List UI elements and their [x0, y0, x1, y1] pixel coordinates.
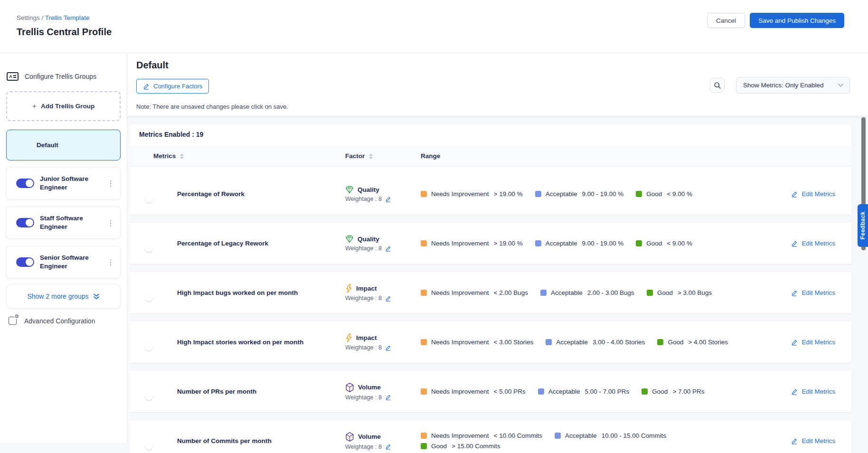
edit-metrics-label: Edit Metrics — [802, 289, 835, 296]
metrics-table: Metrics Enabled : 19 Metrics Factor Rang… — [130, 124, 851, 453]
range-chip: Needs Improvement < 3.00 Stories — [421, 339, 533, 346]
range-value: < 2.00 Bugs — [494, 289, 528, 296]
column-header-metrics[interactable]: Metrics — [153, 152, 345, 160]
show-metrics-filter-value: Show Metrics: Only Enabled — [743, 82, 824, 89]
range-label: Acceptable — [556, 339, 588, 346]
save-publish-button[interactable]: Save and Publish Changes — [750, 13, 844, 28]
metric-row: High Impact stories worked on per month … — [130, 321, 851, 363]
weightage-value: Weightage : 8 — [345, 245, 382, 252]
configure-factors-button[interactable]: Configure Factors — [136, 79, 209, 94]
kebab-menu-icon[interactable]: ⋮ — [107, 179, 114, 188]
factor-header-label: Factor — [345, 152, 365, 160]
edit-metrics-button[interactable]: Edit Metrics — [791, 240, 835, 247]
edit-pencil-icon — [143, 83, 150, 90]
edit-weightage-icon[interactable] — [385, 394, 391, 400]
sidebar-section-header: A Configure Trellis Groups — [7, 72, 127, 81]
range-color-swatch — [535, 191, 541, 197]
range-value: < 3.00 Stories — [494, 339, 534, 346]
range-label: Acceptable — [551, 289, 583, 296]
edit-pencil-icon — [791, 438, 798, 444]
weightage-value: Weightage : 8 — [345, 394, 382, 401]
group-enabled-toggle[interactable] — [16, 257, 34, 267]
range-value: > 7.00 PRs — [672, 388, 704, 395]
sidebar-group-card[interactable]: Staff Software Engineer ⋮ — [6, 207, 121, 239]
edit-metrics-button[interactable]: Edit Metrics — [791, 388, 835, 395]
unsaved-changes-note: Note: There are unsaved changes please c… — [136, 103, 288, 110]
group-title: Default — [136, 60, 169, 71]
range-chip: Needs Improvement > 19.00 % — [421, 240, 523, 247]
range-chip: Good > 15.00 Commits — [421, 443, 500, 450]
range-chip: Acceptable 9.00 - 19.00 % — [535, 190, 624, 198]
double-chevron-down-icon — [93, 293, 100, 300]
range-value: < 9.00 % — [667, 240, 692, 247]
range-color-swatch — [647, 290, 653, 296]
edit-weightage-icon[interactable] — [385, 196, 391, 202]
feedback-tab[interactable]: Feedback — [858, 204, 868, 247]
range-value: 3.00 - 4.00 Stories — [593, 339, 645, 346]
edit-metrics-button[interactable]: Edit Metrics — [791, 339, 835, 346]
plus-icon: + — [32, 102, 37, 111]
range-color-swatch — [555, 433, 561, 439]
weightage-value: Weightage : 8 — [345, 344, 382, 351]
edit-metrics-button[interactable]: Edit Metrics — [791, 190, 835, 198]
range-color-swatch — [546, 339, 552, 345]
column-header-factor[interactable]: Factor — [345, 152, 421, 160]
trellis-group-list: Junior Software Engineer ⋮ Staff Softwar… — [0, 167, 127, 278]
group-enabled-toggle[interactable] — [16, 218, 34, 227]
factor-cell: Impact Weightage : 8 — [345, 333, 421, 351]
volume-cube-icon — [345, 432, 354, 442]
advanced-configuration-label: Advanced Configuration — [24, 317, 95, 325]
factor-cell: Impact Weightage : 8 — [345, 284, 421, 302]
range-color-swatch — [540, 290, 547, 296]
edit-metrics-label: Edit Metrics — [802, 388, 835, 395]
edit-metrics-button[interactable]: Edit Metrics — [791, 289, 835, 296]
range-color-swatch — [636, 240, 642, 246]
kebab-menu-icon[interactable]: ⋮ — [107, 258, 114, 267]
show-metrics-filter-dropdown[interactable]: Show Metrics: Only Enabled — [736, 77, 850, 94]
edit-weightage-icon[interactable] — [385, 295, 391, 302]
sidebar-group-card[interactable]: Senior Software Engineer ⋮ — [6, 246, 121, 278]
sidebar-item-default[interactable]: Default — [6, 130, 121, 160]
range-value: 9.00 - 19.00 % — [582, 190, 624, 198]
range-chip: Needs Improvement > 19.00 % — [421, 190, 523, 198]
group-name: Staff Software Engineer — [40, 214, 96, 231]
sidebar-group-card[interactable]: Junior Software Engineer ⋮ — [6, 167, 121, 199]
range-cell: Needs Improvement > 19.00 % Acceptable 9… — [421, 190, 753, 198]
range-value: 9.00 - 19.00 % — [582, 240, 624, 247]
range-color-swatch — [421, 339, 427, 345]
sort-icon[interactable] — [180, 153, 184, 159]
group-enabled-toggle[interactable] — [16, 179, 34, 188]
add-trellis-group-button[interactable]: + Add Trellis Group — [6, 91, 121, 121]
edit-pencil-icon — [791, 240, 798, 247]
range-chip: Good < 9.00 % — [636, 190, 692, 198]
range-chip: Acceptable 2.00 - 3.00 Bugs — [540, 289, 634, 296]
factor-name: Impact — [356, 334, 377, 341]
search-button[interactable] — [710, 78, 725, 93]
edit-metrics-button[interactable]: Edit Metrics — [791, 437, 835, 444]
edit-weightage-icon[interactable] — [385, 245, 391, 252]
range-label: Needs Improvement — [431, 240, 489, 247]
header-actions: Cancel Save and Publish Changes — [707, 13, 844, 28]
metric-name: Number of Commits per month — [177, 437, 345, 444]
breadcrumb-settings[interactable]: Settings — [17, 14, 40, 21]
sort-icon[interactable] — [369, 153, 373, 159]
metric-name: Percentage of Rework — [177, 190, 345, 198]
range-color-swatch — [421, 191, 427, 197]
add-trellis-group-label: Add Trellis Group — [41, 103, 94, 110]
kebab-menu-icon[interactable]: ⋮ — [107, 218, 114, 227]
factor-cell: Volume Weightage : 8 — [345, 432, 421, 450]
range-cell: Needs Improvement < 5.00 PRs Acceptable … — [421, 388, 753, 395]
page-title: Trellis Central Profile — [17, 27, 112, 38]
edit-weightage-icon[interactable] — [385, 444, 391, 450]
range-value: > 4.00 Stories — [688, 339, 728, 346]
edit-weightage-icon[interactable] — [385, 345, 391, 351]
edit-metrics-label: Edit Metrics — [802, 190, 835, 198]
feedback-label: Feedback — [859, 211, 866, 239]
breadcrumb-trellis-template[interactable]: Trellis Template — [45, 14, 90, 21]
quality-gem-icon — [345, 235, 354, 243]
range-value: > 15.00 Commits — [452, 443, 500, 450]
advanced-configuration-link[interactable]: ⚙ Advanced Configuration — [9, 317, 127, 325]
show-more-groups-button[interactable]: Show 2 more groups — [6, 284, 121, 309]
metric-row: Number of PRs per month Volume Weightage… — [130, 371, 851, 413]
cancel-button[interactable]: Cancel — [707, 13, 745, 28]
